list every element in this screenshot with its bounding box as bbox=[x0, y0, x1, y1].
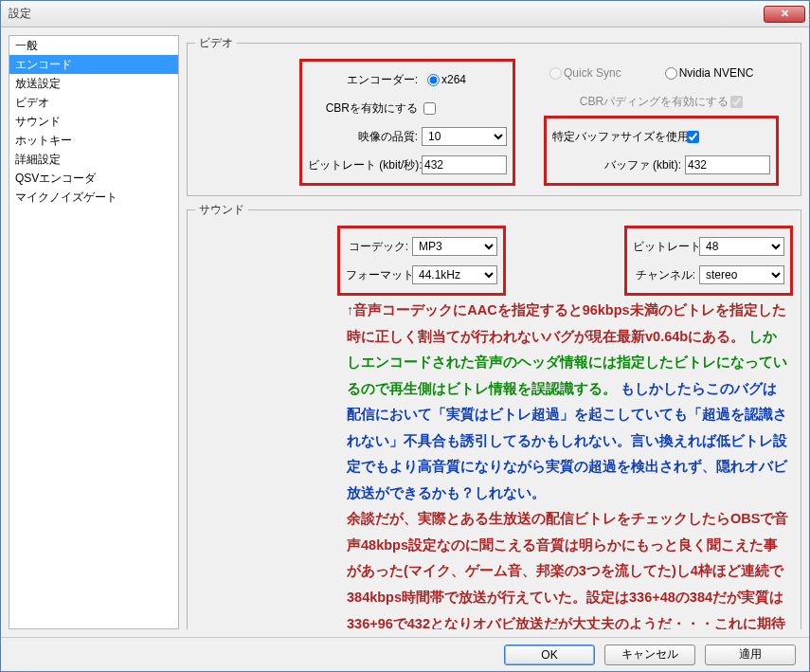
sidebar-item-qsv[interactable]: QSVエンコーダ bbox=[9, 169, 178, 188]
apply-button[interactable]: 適用 bbox=[705, 645, 796, 665]
bitrate-input[interactable] bbox=[422, 155, 507, 174]
channel-label: チャンネル: bbox=[633, 267, 699, 283]
close-icon: ✕ bbox=[781, 8, 789, 20]
encoder-qsv-radio[interactable] bbox=[549, 67, 562, 80]
encoder-x264-label: x264 bbox=[441, 73, 466, 86]
body: 一般 エンコード 放送設定 ビデオ サウンド ホットキー 詳細設定 QSVエンコ… bbox=[1, 27, 809, 637]
main: ビデオ エンコーダー: x264 CBRを有効にする 映像 bbox=[187, 35, 801, 629]
sidebar-item-label: 一般 bbox=[15, 39, 38, 52]
footer: OK キャンセル 適用 bbox=[1, 637, 809, 671]
titlebar: 設定 ✕ bbox=[1, 1, 809, 27]
cancel-button[interactable]: キャンセル bbox=[604, 645, 695, 665]
sidebar: 一般 エンコード 放送設定 ビデオ サウンド ホットキー 詳細設定 QSVエンコ… bbox=[9, 35, 179, 629]
ok-button[interactable]: OK bbox=[504, 645, 595, 665]
channel-select[interactable]: stereo bbox=[699, 265, 784, 284]
sidebar-item-broadcast[interactable]: 放送設定 bbox=[9, 74, 178, 93]
sidebar-item-general[interactable]: 一般 bbox=[9, 36, 178, 55]
sound-bitrate-label: ビットレート: bbox=[633, 239, 699, 255]
video-right-col: Quick Sync Nvidia NVENC CBRパディングを有効にする 特… bbox=[544, 59, 779, 186]
sidebar-item-label: 放送設定 bbox=[15, 77, 61, 90]
codec-select[interactable]: MP3 bbox=[412, 237, 497, 256]
sidebar-item-label: エンコード bbox=[15, 58, 72, 71]
sidebar-item-noisegate[interactable]: マイクノイズゲート bbox=[9, 188, 178, 207]
sidebar-item-label: ビデオ bbox=[15, 96, 49, 109]
sidebar-item-label: マイクノイズゲート bbox=[15, 191, 117, 204]
sound-group: サウンド コーデック: MP3 フォーマット: 44.1kHz bbox=[187, 202, 801, 629]
sidebar-item-advanced[interactable]: 詳細設定 bbox=[9, 150, 178, 169]
note-line-4: 余談だが、実際とある生放送の配信ビトレをチェックしたらOBSで音声48kbps設… bbox=[347, 511, 788, 629]
sidebar-item-encode[interactable]: エンコード bbox=[9, 55, 178, 74]
codec-label: コーデック: bbox=[346, 239, 412, 255]
close-button[interactable]: ✕ bbox=[764, 6, 805, 23]
buffer-enable-checkbox[interactable] bbox=[687, 131, 699, 143]
format-label: フォーマット: bbox=[346, 267, 412, 283]
buffer-enable-label: 特定バッファサイズを使用 bbox=[552, 129, 685, 145]
sidebar-item-hotkey[interactable]: ホットキー bbox=[9, 131, 178, 150]
quality-label: 映像の品質: bbox=[308, 129, 422, 145]
sidebar-item-video[interactable]: ビデオ bbox=[9, 93, 178, 112]
sidebar-item-label: 詳細設定 bbox=[15, 153, 61, 166]
bitrate-label: ビットレート (kbit/秒): bbox=[308, 157, 422, 173]
settings-window: 設定 ✕ 一般 エンコード 放送設定 ビデオ サウンド ホットキー 詳細設定 Q… bbox=[0, 0, 810, 672]
video-left-box: エンコーダー: x264 CBRを有効にする 映像の品質: 10 bbox=[299, 59, 515, 186]
encoder-nvenc-label: Nvidia NVENC bbox=[679, 66, 754, 80]
buffer-input[interactable] bbox=[685, 155, 770, 174]
sidebar-item-label: QSVエンコーダ bbox=[15, 172, 96, 185]
video-legend: ビデオ bbox=[195, 35, 237, 51]
encoder-label: エンコーダー: bbox=[308, 72, 422, 88]
annotation-notes: ↑音声コーデックにAACを指定すると96kbps未満のビトレを指定した時に正しく… bbox=[195, 296, 793, 629]
sidebar-item-sound[interactable]: サウンド bbox=[9, 112, 178, 131]
video-group: ビデオ エンコーダー: x264 CBRを有効にする 映像 bbox=[187, 35, 801, 196]
cbr-padding-checkbox[interactable] bbox=[730, 96, 743, 108]
encoder-x264-radio[interactable] bbox=[427, 74, 440, 86]
quality-select[interactable]: 10 bbox=[422, 127, 507, 146]
format-select[interactable]: 44.1kHz bbox=[412, 265, 497, 284]
cbr-enable-checkbox[interactable] bbox=[423, 102, 436, 115]
sound-legend: サウンド bbox=[195, 202, 248, 218]
encoder-nvenc-radio[interactable] bbox=[665, 67, 677, 80]
sidebar-item-label: サウンド bbox=[15, 115, 61, 128]
window-title: 設定 bbox=[9, 6, 764, 22]
sound-bitrate-select[interactable]: 48 bbox=[699, 237, 784, 256]
sound-left-box: コーデック: MP3 フォーマット: 44.1kHz bbox=[337, 226, 506, 296]
encoder-qsv-label: Quick Sync bbox=[564, 66, 621, 80]
sound-right-box: ビットレート: 48 チャンネル: stereo bbox=[624, 226, 793, 296]
buffer-label: バッファ (kbit): bbox=[552, 157, 685, 173]
video-right-box: 特定バッファサイズを使用 バッファ (kbit): bbox=[544, 116, 779, 186]
note-line-1: ↑音声コーデックにAACを指定すると96kbps未満のビトレを指定した時に正しく… bbox=[347, 302, 786, 344]
cbr-padding-label: CBRパディングを有効にする bbox=[580, 94, 729, 110]
note-line-3: もしかしたらこのバグは配信において「実質はビトレ超過」を起こしていても「超過を認… bbox=[347, 381, 787, 500]
cbr-enable-label: CBRを有効にする bbox=[308, 100, 422, 117]
sidebar-item-label: ホットキー bbox=[15, 134, 72, 147]
